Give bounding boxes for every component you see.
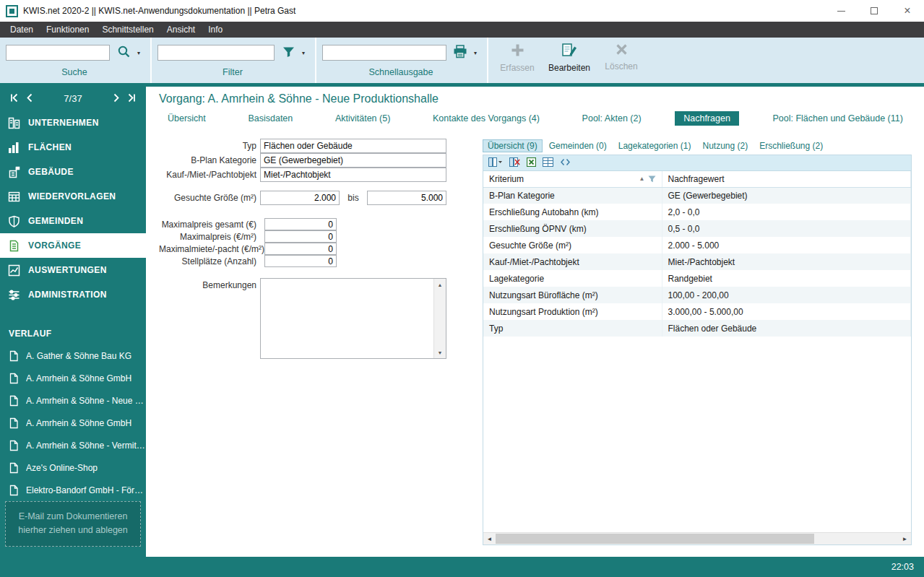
menu-item-info[interactable]: Info [202,22,229,38]
scroll-down-icon[interactable]: ▼ [434,347,446,358]
menu-item-daten[interactable]: Daten [4,22,40,38]
menu-item-schnittstellen[interactable]: Schnittstellen [95,22,160,38]
cell-nachfragewert: 2,0 - 0,0 [662,204,911,220]
sidebar-item-administration[interactable]: ADMINISTRATION [0,282,146,307]
scroll-up-icon[interactable]: ▲ [434,279,446,290]
excel-export-icon [527,157,536,169]
table-row[interactable]: Gesuchte Größe (m²)2.000 - 5.000 [483,237,911,253]
search-dropdown-button[interactable]: ▾ [134,50,143,56]
search-button[interactable] [113,43,134,62]
typ-input[interactable] [260,139,446,153]
main-tabs: ÜbersichtBasisdatenAktivitäten (5)Kontak… [159,111,912,126]
sidebar-item-label: UNTERNEHMEN [28,118,99,128]
buildings-icon [8,166,20,178]
filter-funnel-icon[interactable] [648,175,656,183]
excel-export-button[interactable] [527,157,536,169]
kauf-miet-pachtobjekt-input[interactable] [260,168,446,182]
sidebar-item-unternehmen[interactable]: UNTERNEHMEN [0,110,146,135]
subtab-nutzung-2[interactable]: Nutzung (2) [697,139,753,152]
column-header-kriterium[interactable]: Kriterium ▲ [483,171,662,187]
sidebar-item-gebaeude[interactable]: GEBÄUDE [0,160,146,184]
history-item[interactable]: A. Amrhein & Söhne GmbH [0,412,146,434]
sidebar-item-vorgaenge[interactable]: VORGÄNGE [0,233,146,258]
history-item[interactable]: A. Amrhein & Söhne - Neue Pr... [0,389,146,412]
subtab-gemeinden-0[interactable]: Gemeinden (0) [544,139,612,152]
table-row[interactable]: LagekategorieRandgebiet [483,270,911,287]
maximalmiete-pacht-input[interactable] [264,243,337,255]
maximize-button[interactable] [858,0,891,22]
table-row[interactable]: TypFlächen oder Gebäude [483,320,911,337]
filter-button[interactable] [277,43,299,62]
email-dropzone[interactable]: E-Mail zum Dokumentieren hierher ziehen … [5,501,141,547]
sidebar-item-gemeinden[interactable]: GEMEINDEN [0,209,146,233]
quick-output-input[interactable] [322,45,446,61]
next-record-button[interactable] [108,93,124,105]
sidebar-item-auswertungen[interactable]: AUSWERTUNGEN [0,258,146,282]
tab-kontakte-des-vorgangs-4[interactable]: Kontakte des Vorgangs (4) [424,111,548,126]
subtab-lagekategorien-1[interactable]: Lagekategorien (1) [613,139,696,152]
minimize-button[interactable] [824,0,858,22]
print-button[interactable] [449,43,471,62]
print-dropdown-button[interactable]: ▾ [471,50,480,56]
subtab-erschliessung-2[interactable]: Erschließung (2) [754,139,828,152]
table-row[interactable]: Kauf-/Miet-/PachtobjektMiet-/Pachtobjekt [483,253,911,270]
menubar: DatenFunktionenSchnittstellenAnsichtInfo [0,22,924,38]
close-button[interactable]: × [891,0,924,22]
bearbeiten-button[interactable]: Bearbeiten [546,43,592,83]
tab-uebersicht[interactable]: Übersicht [159,111,215,126]
column-header-nachfragewert[interactable]: Nachfragewert [662,171,911,187]
table-row[interactable]: Erschließung Autobahn (km)2,0 - 0,0 [483,204,911,220]
bearbeiten-button-label: Bearbeiten [548,63,590,73]
grid-button[interactable] [543,157,553,169]
sidebar-item-wiedervorlagen[interactable]: WIEDERVORLAGEN [0,184,146,209]
history-item-label: Aze's Online-Shop [26,463,98,473]
menu-item-ansicht[interactable]: Ansicht [160,22,202,38]
tab-pool-akten-2[interactable]: Pool: Akten (2) [574,111,650,126]
quick-output-group-label: Schnellausgabe [322,67,480,77]
history-item[interactable]: Elektro-Bandorf GmbH - Förde... [0,479,146,501]
tab-pool-flaechen-und-gebaeude-11[interactable]: Pool: Flächen und Gebäude (11) [764,111,911,126]
history-item[interactable]: A. Amrhein & Söhne GmbH [0,367,146,389]
last-record-button[interactable] [124,93,139,105]
table-row[interactable]: B-Plan KategorieGE (Gewerbegebiet) [483,187,911,204]
horizontal-scrollbar[interactable]: ◄ ► [483,532,911,545]
cell-kriterium: Nutzungsart Bürofläche (m²) [483,287,662,303]
scrollbar-thumb[interactable] [496,534,814,544]
scroll-left-icon[interactable]: ◄ [483,533,496,545]
subtab-uebersicht-9[interactable]: Übersicht (9) [483,139,543,152]
next-page-icon [111,93,121,105]
tab-aktivitaeten-5[interactable]: Aktivitäten (5) [327,111,399,126]
gesuchte-groesse-bis-input[interactable] [367,191,446,205]
maximalpreis-gesamt-input[interactable] [264,218,337,230]
scrollbar-track[interactable] [496,533,899,545]
previous-record-button[interactable] [22,93,38,105]
sidebar-item-label: WIEDERVORLAGEN [28,191,116,201]
bplan-kategorie-input[interactable] [260,153,446,168]
history-item[interactable]: A. Amrhein & Söhne - Vermittl... [0,434,146,456]
maximalpreis-input[interactable] [264,230,337,243]
table-row[interactable]: Nutzungsart Produktion (m²)3.000,00 - 5.… [483,303,911,320]
search-input[interactable] [6,45,110,61]
table-row[interactable]: Erschließung ÖPNV (km)0,5 - 0,0 [483,220,911,237]
bemerkungen-scrollbar[interactable]: ▲ ▼ [433,279,446,358]
tab-nachfragen[interactable]: Nachfragen [675,111,739,126]
history-item[interactable]: A. Gather & Söhne Bau KG [0,344,146,367]
tab-basisdaten[interactable]: Basisdaten [239,111,301,126]
first-record-button[interactable] [7,93,22,105]
erfassen-button[interactable]: Erfassen [494,43,540,83]
scroll-right-icon[interactable]: ► [899,533,911,545]
stellplaetze-input[interactable] [264,255,337,267]
loeschen-button[interactable]: Löschen [598,43,644,83]
history-item[interactable]: Aze's Online-Shop [0,456,146,479]
filter-dropdown-button[interactable]: ▾ [299,50,308,56]
hide-column-button[interactable] [509,157,520,169]
document-icon [9,462,19,474]
gesuchte-groesse-von-input[interactable] [260,191,340,205]
fit-columns-button[interactable] [560,157,571,169]
filter-input[interactable] [157,45,275,61]
sidebar-item-flaechen[interactable]: FLÄCHEN [0,135,146,160]
columns-button[interactable] [488,157,503,169]
menu-item-funktionen[interactable]: Funktionen [40,22,95,38]
bemerkungen-textarea[interactable] [261,279,433,358]
table-row[interactable]: Nutzungsart Bürofläche (m²)100,00 - 200,… [483,287,911,303]
